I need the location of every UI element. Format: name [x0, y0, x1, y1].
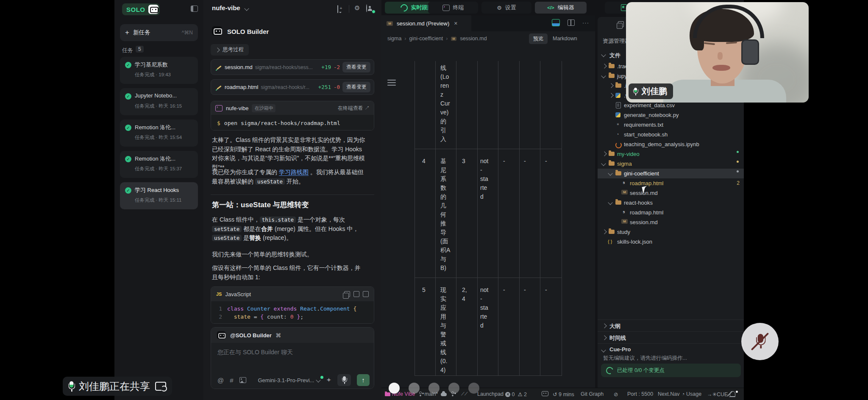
webcam-name-tag: 刘佳鹏	[629, 83, 673, 99]
folder-icon	[615, 200, 621, 205]
open-preview-icon[interactable]	[552, 19, 560, 26]
usage-item[interactable]: ◔ Usage	[682, 391, 701, 397]
chat-input-placeholder[interactable]: 您正在与 SOLO Builder 聊天	[217, 349, 293, 356]
roadmap-link[interactable]: 学习路线图	[279, 169, 309, 176]
account-avatar[interactable]	[366, 5, 367, 12]
task-item[interactable]: ✓ Remotion 洛伦... 任务完成 · 昨天 15:37	[120, 151, 198, 178]
file-change-card[interactable]: roadmap.html sigma/react-hooks/r... +251…	[211, 79, 374, 95]
tab-terminal[interactable]: 终端	[428, 2, 478, 14]
inline-code: this.state	[260, 217, 296, 223]
preview-toggle-button[interactable]: 预览	[529, 33, 548, 44]
more-actions-icon[interactable]: ···	[582, 19, 589, 26]
cuepro-section[interactable]: Cue-Pro	[598, 343, 744, 355]
tree-item[interactable]: ≡requirements.txt	[598, 120, 744, 130]
problems-item[interactable]: 0 ⚠ 2	[505, 391, 527, 397]
context-icon[interactable]: #	[230, 377, 233, 384]
session-time-item[interactable]: ↺ 9 mins	[553, 391, 574, 397]
model-selector[interactable]: Gemini-3.1-Pro-Previ...	[258, 377, 320, 383]
tree-item[interactable]: Msession.md	[598, 188, 744, 198]
pip-icon: ≡	[615, 122, 620, 127]
tree-item-selected[interactable]: gini-coefficient	[598, 169, 744, 178]
csv-file-icon	[616, 102, 621, 108]
file-change-card[interactable]: session.md sigma/react-hooks/sess... +19…	[211, 59, 374, 75]
view-changes-button[interactable]: 查看变更	[342, 62, 370, 72]
notifications-item[interactable]	[730, 391, 735, 397]
tree-item[interactable]: 5roadmap.html2	[598, 178, 744, 188]
markdown-icon: M	[621, 190, 628, 194]
voice-input-button[interactable]	[337, 374, 351, 386]
robot-icon	[148, 5, 159, 14]
task-item[interactable]: ✓ Remotion 洛伦... 任务完成 · 昨天 15:54	[120, 119, 198, 147]
webcam-video[interactable]: 刘佳鹏	[626, 2, 809, 103]
tree-item[interactable]: study	[598, 227, 744, 237]
file-tab-session-md[interactable]: M session.md (Preview) ×	[381, 15, 471, 31]
copy-icon[interactable]	[344, 291, 350, 297]
mic-muted-button[interactable]	[741, 323, 779, 360]
tree-item[interactable]: sigma	[598, 159, 744, 169]
menu-icon[interactable]	[387, 80, 396, 86]
rocket-icons[interactable]: ⟋⟋	[461, 391, 467, 397]
nextnav-item[interactable]: Next.Nav	[658, 391, 679, 397]
sync-item[interactable]	[441, 391, 447, 397]
outline-section[interactable]: 大纲	[598, 319, 744, 331]
tab-settings[interactable]: ⚙设置	[481, 2, 531, 14]
task-title: Remotion 洛伦...	[135, 124, 194, 131]
agent-item[interactable]	[542, 391, 548, 397]
tree-item[interactable]: 5roadmap.html	[598, 208, 744, 217]
tab-editor[interactable]: </>编辑器	[535, 2, 587, 14]
terminal-card[interactable]: nufe-vibe 在沙箱中 在终端查看 ↗ $ open sigma/reac…	[211, 101, 374, 131]
insert-terminal-icon[interactable]	[353, 291, 359, 297]
view-changes-button[interactable]: 查看变更	[342, 82, 370, 92]
editors-copy-icon[interactable]	[618, 21, 624, 27]
cuepro-progress: 已处理 0/0 个变更点	[601, 364, 741, 377]
divider	[211, 194, 374, 195]
solo-mode-badge[interactable]: SOLO	[122, 3, 160, 15]
task-item[interactable]: ✓ 学习基尼系数 任务完成 · 19:43	[120, 57, 198, 84]
launchpad-item[interactable]: Launchpad	[477, 391, 504, 397]
task-item-selected[interactable]: ✓ 学习 React Hooks 任务完成 · 昨天 15:11	[120, 182, 198, 209]
breadcrumb-sigma[interactable]: sigma	[387, 36, 401, 42]
javascript-icon: JS	[216, 292, 222, 297]
table-cell: -	[503, 286, 505, 294]
sidebar-toggle-icon[interactable]	[191, 6, 198, 12]
new-task-button[interactable]: + 新任务 ^⌘N	[120, 24, 198, 41]
chat-paragraph: 我已经为你生成了专属的 学习路线图 。我们将从最基础但最容易被误解的 useSt…	[212, 168, 366, 186]
solo-logo-label: SOLO	[126, 6, 145, 13]
prohibit-item[interactable]: ⊘	[614, 391, 618, 397]
folder-icon	[385, 392, 390, 396]
git-graph-item[interactable]: Git Graph	[581, 391, 604, 397]
split-editor-icon[interactable]	[568, 19, 575, 26]
tree-item[interactable]: generate_notebook.py	[598, 110, 744, 120]
cuepro-progress-label: 已处理 0/0 个变更点	[617, 367, 665, 374]
project-selector[interactable]: nufe-vibe	[212, 4, 240, 11]
breadcrumb-file[interactable]: session.md	[460, 36, 487, 42]
mention-icon[interactable]: @	[217, 377, 224, 384]
apply-file-icon[interactable]	[363, 291, 369, 297]
thinking-process-toggle[interactable]: 思考过程	[211, 44, 249, 56]
send-button[interactable]: ↑	[357, 374, 370, 386]
gear-icon[interactable]: ⚙	[354, 4, 360, 12]
breadcrumb[interactable]: sigma › gini-coefficient › M session.md …	[381, 31, 595, 46]
markdown-preview[interactable]: 线 (Lo ren z Cur ve) 的 引 入 4 基 尼 系 数 的 几 …	[381, 61, 595, 388]
sparkle-icon[interactable]: ✦	[326, 376, 331, 384]
task-item[interactable]: ✓ Jupyter Notebo... 任务完成 · 昨天 16:15	[120, 88, 198, 115]
tree-item[interactable]: Msession.md	[598, 217, 744, 227]
table-cell: 5	[422, 286, 426, 294]
tree-item[interactable]: teaching_demo_analysis.ipynb	[598, 139, 744, 149]
cue-item[interactable]: →✳CUE	[707, 391, 728, 397]
tree-item[interactable]: ›start_notebook.sh	[598, 130, 744, 139]
mic-icon	[68, 381, 75, 391]
tree-item[interactable]: my-video	[598, 149, 744, 159]
tree-item[interactable]: { }skills-lock.json	[598, 237, 744, 247]
timeline-section[interactable]: 时间线	[598, 331, 744, 343]
chat-input-card[interactable]: @SOLO Builder ⌘ 您正在与 SOLO Builder 聊天 @ #…	[211, 327, 374, 389]
stop-share-icon[interactable]	[155, 382, 166, 391]
task-done-icon: ✓	[125, 156, 131, 162]
port-item[interactable]: Port : 5500	[627, 391, 653, 397]
tree-item[interactable]: react-hooks	[598, 198, 744, 208]
new-chat-icon[interactable]: +	[337, 6, 338, 13]
breadcrumb-gini[interactable]: gini-coefficient	[409, 36, 443, 42]
close-icon[interactable]: ×	[454, 20, 457, 27]
open-in-terminal-link[interactable]: 在终端查看 ↗	[338, 105, 370, 112]
image-attach-icon[interactable]	[239, 377, 246, 383]
